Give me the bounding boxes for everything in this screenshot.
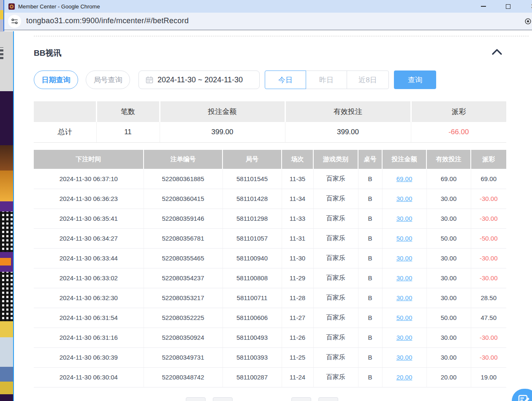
round-id-cell: 581100606 bbox=[223, 308, 282, 328]
bet-amount-link[interactable]: 50.00 bbox=[396, 314, 413, 321]
payout-cell: 19.00 bbox=[471, 367, 506, 387]
bet-amount-cell: 30.00 bbox=[382, 288, 426, 308]
summary-header-count: 笔数 bbox=[96, 101, 160, 122]
table-code-cell: B bbox=[358, 328, 382, 347]
bet-amount-cell: 50.00 bbox=[382, 308, 426, 328]
today-button[interactable]: 今日 bbox=[265, 70, 306, 89]
table-code-cell: B bbox=[358, 347, 382, 367]
session-cell: 11-27 bbox=[282, 308, 313, 328]
column-header: 桌号 bbox=[358, 150, 382, 169]
game-type-cell: 百家乐 bbox=[313, 308, 358, 328]
collapse-chevron-icon[interactable] bbox=[491, 49, 504, 58]
round-id-cell: 581100808 bbox=[223, 268, 282, 288]
bet-id-cell: 522080349731 bbox=[144, 347, 223, 367]
pagination-button[interactable] bbox=[213, 397, 233, 401]
date-range-input[interactable]: 2024-11-30 ~ 2024-11-30 bbox=[138, 70, 260, 89]
summary-total-row: 总计 11 399.00 399.00 -66.00 bbox=[34, 122, 506, 142]
bet-id-cell: 522080355465 bbox=[144, 248, 223, 268]
bet-amount-link[interactable]: 30.00 bbox=[396, 255, 413, 262]
table-code-cell: B bbox=[358, 189, 382, 209]
background-gray-area bbox=[0, 31, 13, 91]
bet-amount-link[interactable]: 20.00 bbox=[396, 374, 413, 381]
summary-header-valid-bet: 有效投注 bbox=[285, 101, 411, 122]
summary-total-label: 总计 bbox=[34, 122, 96, 142]
site-settings-icon[interactable] bbox=[8, 15, 21, 28]
round-id-cell: 581101545 bbox=[223, 169, 282, 189]
round-id-cell: 581101428 bbox=[223, 189, 282, 209]
date-range-value: 2024-11-30 ~ 2024-11-30 bbox=[157, 76, 243, 84]
valid-bet-cell: 30.00 bbox=[426, 328, 471, 347]
bet-time-cell: 2024-11-30 06:30:39 bbox=[34, 347, 144, 367]
screen-capture-icon[interactable] bbox=[524, 18, 532, 27]
payout-cell: 69.00 bbox=[471, 169, 506, 189]
bet-id-cell: 522080350924 bbox=[144, 328, 223, 347]
valid-bet-cell: 50.00 bbox=[426, 308, 471, 328]
bet-amount-link[interactable]: 30.00 bbox=[396, 294, 413, 301]
desktop-background-strip bbox=[0, 0, 3, 32]
minimize-button[interactable] bbox=[477, 0, 490, 13]
table-row: 2024-11-30 06:37:10522080361885581101545… bbox=[34, 169, 506, 189]
column-header: 投注金额 bbox=[382, 150, 426, 169]
calendar-icon bbox=[146, 76, 153, 84]
round-id-cell: 581100287 bbox=[223, 367, 282, 387]
table-code-cell: B bbox=[358, 268, 382, 288]
section-divider bbox=[34, 36, 529, 36]
round-id-cell: 581100493 bbox=[223, 328, 282, 347]
pagination-button[interactable] bbox=[186, 397, 206, 401]
round-id-cell: 581101298 bbox=[223, 209, 282, 228]
bet-amount-link[interactable]: 30.00 bbox=[396, 334, 413, 341]
qr-code-fragment bbox=[0, 272, 13, 321]
column-header: 局号 bbox=[223, 150, 282, 169]
pagination-button[interactable] bbox=[291, 397, 311, 401]
bet-amount-link[interactable]: 50.00 bbox=[396, 235, 413, 242]
table-code-cell: B bbox=[358, 308, 382, 328]
column-header: 派彩 bbox=[471, 150, 506, 169]
table-code-cell: B bbox=[358, 228, 382, 248]
window-titlebar: Member Center - Google Chrome ✕ bbox=[4, 0, 532, 13]
address-bar[interactable]: tongbao31.com:9900/infe/mcenter/#/betRec… bbox=[4, 13, 532, 30]
bet-id-cell: 522080360415 bbox=[144, 189, 223, 209]
search-button[interactable]: 查询 bbox=[394, 70, 436, 89]
maximize-button[interactable] bbox=[502, 0, 514, 13]
maximize-icon bbox=[506, 4, 510, 9]
game-type-cell: 百家乐 bbox=[313, 328, 358, 347]
close-button[interactable]: ✕ bbox=[527, 0, 532, 13]
yesterday-button[interactable]: 昨日 bbox=[306, 70, 347, 89]
app-favicon-icon bbox=[8, 3, 15, 10]
edit-note-icon bbox=[518, 393, 530, 401]
payout-cell: 47.50 bbox=[471, 308, 506, 328]
payout-cell: -50.00 bbox=[471, 228, 506, 248]
bet-amount-link[interactable]: 30.00 bbox=[396, 274, 413, 282]
bet-time-cell: 2024-11-30 06:36:23 bbox=[34, 189, 144, 209]
bet-amount-link[interactable]: 30.00 bbox=[396, 354, 413, 361]
round-query-tab[interactable]: 局号查询 bbox=[86, 70, 130, 89]
bet-table-body: 2024-11-30 06:37:10522080361885581101545… bbox=[34, 169, 506, 387]
bet-id-cell: 522080354237 bbox=[144, 268, 223, 288]
valid-bet-cell: 30.00 bbox=[426, 347, 471, 367]
session-cell: 11-26 bbox=[282, 328, 313, 347]
bet-amount-cell: 69.00 bbox=[382, 169, 426, 189]
bet-amount-link[interactable]: 69.00 bbox=[396, 175, 413, 182]
payout-cell: -30.00 bbox=[471, 328, 506, 347]
session-cell: 11-31 bbox=[282, 228, 313, 248]
bet-amount-cell: 30.00 bbox=[382, 248, 426, 268]
round-id-cell: 581100711 bbox=[223, 288, 282, 308]
payout-cell: -30.00 bbox=[471, 248, 506, 268]
bet-amount-cell: 30.00 bbox=[382, 328, 426, 347]
table-row: 2024-11-30 06:33:44522080355465581100940… bbox=[34, 248, 506, 268]
bet-amount-link[interactable]: 30.00 bbox=[396, 215, 413, 222]
payout-cell: -30.00 bbox=[471, 268, 506, 288]
last-8-days-button[interactable]: 近8日 bbox=[347, 70, 389, 89]
bet-id-cell: 522080361885 bbox=[144, 169, 223, 189]
bet-id-cell: 522080359146 bbox=[144, 209, 223, 228]
bet-amount-link[interactable]: 30.00 bbox=[396, 195, 413, 202]
bet-id-cell: 522080352225 bbox=[144, 308, 223, 328]
bet-amount-cell: 50.00 bbox=[382, 228, 426, 248]
qr-code-fragment bbox=[0, 211, 13, 252]
date-query-tab[interactable]: 日期查询 bbox=[34, 70, 78, 89]
background-text-fragment bbox=[0, 47, 3, 59]
pagination-button[interactable] bbox=[318, 397, 338, 401]
table-code-cell: B bbox=[358, 367, 382, 387]
column-header: 游戏类别 bbox=[313, 150, 358, 169]
url-text[interactable]: tongbao31.com:9900/infe/mcenter/#/betRec… bbox=[26, 16, 189, 25]
